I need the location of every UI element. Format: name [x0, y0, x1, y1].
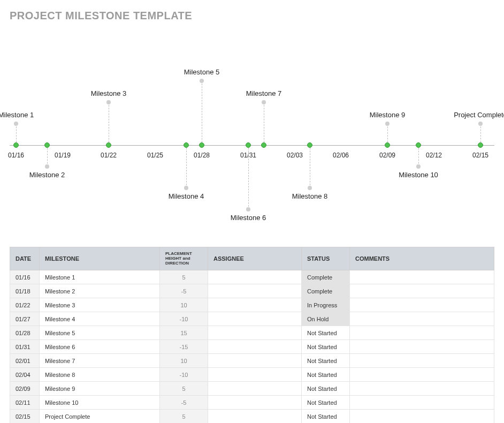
cell-comments — [350, 340, 494, 354]
cell-comments — [350, 312, 494, 326]
cell-date: 02/15 — [10, 410, 40, 423]
cell-comments — [350, 396, 494, 410]
axis-tick: 02/12 — [426, 152, 442, 159]
axis-tick: 01/25 — [147, 152, 163, 159]
cell-comments — [350, 368, 494, 382]
table-row: 01/28Milestone 515Not Started — [10, 326, 494, 340]
cell-milestone: Project Complete — [40, 410, 160, 423]
col-placement: PLACEMENT HEIGHT and DIRECTION — [160, 247, 208, 270]
cell-date: 02/11 — [10, 396, 40, 410]
col-milestone: MILESTONE — [40, 247, 160, 270]
milestone-stem — [264, 102, 264, 145]
milestone-end-dot-icon — [14, 122, 18, 126]
cell-date: 02/09 — [10, 382, 40, 396]
milestone-end-dot-icon — [478, 122, 483, 126]
cell-date: 01/27 — [10, 312, 40, 326]
table-row: 02/01Milestone 710Not Started — [10, 354, 494, 368]
table-row: 01/18Milestone 2-5Complete — [10, 284, 494, 298]
cell-assignee — [208, 312, 302, 326]
cell-placement: -15 — [160, 340, 208, 354]
milestone-dot-icon — [261, 142, 266, 148]
col-comments: COMMENTS — [350, 247, 494, 270]
cell-placement: -5 — [160, 284, 208, 298]
milestone-label: Milestone 4 — [169, 192, 204, 200]
milestone-end-dot-icon — [308, 186, 312, 190]
axis-tick: 02/09 — [379, 152, 395, 159]
cell-status: Not Started — [302, 340, 350, 354]
cell-placement: 5 — [160, 382, 208, 396]
table-row: 01/22Milestone 310In Progress — [10, 298, 494, 312]
table-row: 01/27Milestone 4-10On Hold — [10, 312, 494, 326]
cell-status: Not Started — [302, 368, 350, 382]
milestone-end-dot-icon — [45, 164, 49, 169]
cell-assignee — [208, 382, 302, 396]
cell-comments — [350, 298, 494, 312]
col-date: DATE — [10, 247, 40, 270]
cell-date: 01/16 — [10, 270, 40, 284]
milestone-stem — [16, 124, 17, 145]
cell-status: In Progress — [302, 298, 350, 312]
cell-comments — [350, 270, 494, 284]
milestone-dot-icon — [184, 142, 189, 148]
cell-milestone: Milestone 1 — [40, 270, 160, 284]
page-title: PROJECT MILESTONE TEMPLATE — [10, 10, 494, 22]
cell-assignee — [208, 410, 302, 423]
milestone-dot-icon — [199, 142, 204, 148]
cell-status: Not Started — [302, 396, 350, 410]
cell-comments — [350, 284, 494, 298]
cell-milestone: Milestone 5 — [40, 326, 160, 340]
milestone-label: Milestone 8 — [292, 192, 327, 200]
table-header-row: DATE MILESTONE PLACEMENT HEIGHT and DIRE… — [10, 247, 494, 270]
axis-tick: 01/22 — [101, 152, 117, 159]
cell-assignee — [208, 396, 302, 410]
cell-placement: -10 — [160, 312, 208, 326]
milestone-label: Milestone 10 — [399, 171, 438, 179]
milestone-end-dot-icon — [184, 186, 188, 190]
milestone-end-dot-icon — [262, 100, 266, 104]
cell-milestone: Milestone 8 — [40, 368, 160, 382]
cell-date: 01/18 — [10, 284, 40, 298]
milestone-dot-icon — [13, 142, 19, 148]
table-row: 02/15Project Complete5Not Started — [10, 410, 494, 423]
milestone-label: Milestone 5 — [184, 68, 219, 76]
cell-status: Not Started — [302, 382, 350, 396]
milestone-dot-icon — [44, 142, 50, 148]
milestone-label: Milestone 2 — [29, 171, 65, 179]
cell-comments — [350, 354, 494, 368]
table-row: 02/11Milestone 10-5Not Started — [10, 396, 494, 410]
cell-date: 02/04 — [10, 368, 40, 382]
axis-tick: 01/16 — [8, 152, 24, 159]
cell-milestone: Milestone 6 — [40, 340, 160, 354]
axis-tick: 02/03 — [287, 152, 303, 159]
milestone-stem — [248, 145, 249, 209]
milestone-dot-icon — [385, 142, 390, 148]
cell-placement: -5 — [160, 396, 208, 410]
milestone-end-dot-icon — [106, 100, 111, 104]
cell-date: 01/22 — [10, 298, 40, 312]
table-row: 01/31Milestone 6-15Not Started — [10, 340, 494, 354]
milestone-label: Milestone 9 — [370, 111, 405, 119]
cell-assignee — [208, 270, 302, 284]
cell-milestone: Milestone 2 — [40, 284, 160, 298]
milestone-stem — [47, 145, 48, 167]
table-row: 02/04Milestone 8-10Not Started — [10, 368, 494, 382]
milestone-label: Milestone 6 — [231, 214, 266, 222]
milestone-label: Project Complete — [454, 111, 504, 119]
cell-assignee — [208, 340, 302, 354]
milestone-dot-icon — [246, 142, 251, 148]
axis-tick: 02/15 — [472, 152, 488, 159]
milestone-dot-icon — [416, 142, 421, 148]
cell-assignee — [208, 298, 302, 312]
col-assignee: ASSIGNEE — [208, 247, 302, 270]
milestone-end-dot-icon — [200, 79, 204, 83]
cell-status: Not Started — [302, 354, 350, 368]
cell-status: On Hold — [302, 312, 350, 326]
cell-date: 01/31 — [10, 340, 40, 354]
milestone-stem — [202, 81, 202, 145]
cell-assignee — [208, 354, 302, 368]
cell-milestone: Milestone 9 — [40, 382, 160, 396]
cell-milestone: Milestone 7 — [40, 354, 160, 368]
cell-milestone: Milestone 10 — [40, 396, 160, 410]
milestone-label: Milestone 1 — [0, 111, 34, 119]
milestone-end-dot-icon — [246, 207, 250, 212]
